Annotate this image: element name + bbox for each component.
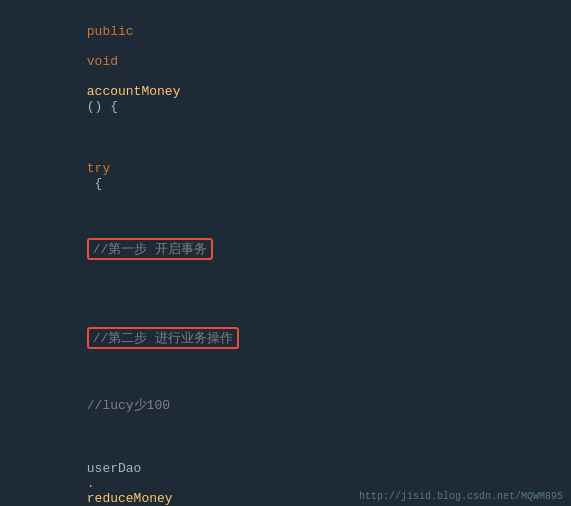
parens: () { xyxy=(87,99,118,114)
userdao: userDao xyxy=(87,461,142,476)
code-line-blank1 xyxy=(0,276,571,296)
dot: . xyxy=(87,476,103,491)
keyword-public: public xyxy=(87,24,134,39)
comment-lucy: //lucy少100 xyxy=(87,398,170,413)
code-line-step2: //第二步 进行业务操作 xyxy=(0,296,571,365)
comment-step2: //第二步 进行业务操作 xyxy=(87,327,239,349)
indent xyxy=(87,381,149,396)
reduce-method: reduceMoney xyxy=(87,491,173,506)
indent xyxy=(87,223,149,238)
watermark: http://jisid.blog.csdn.net/MQWM895 xyxy=(359,491,563,502)
line-text: //第二步 进行业务操作 xyxy=(36,297,571,364)
space xyxy=(87,39,95,54)
code-line-step1: //第一步 开启事务 xyxy=(0,207,571,276)
line-text: //第一步 开启事务 xyxy=(36,208,571,275)
indent xyxy=(87,446,149,461)
code-line-try: try { xyxy=(0,130,571,207)
indent xyxy=(87,146,118,161)
keyword-try: try xyxy=(87,161,110,176)
line-text: //lucy少100 xyxy=(36,366,571,429)
line-text xyxy=(36,279,571,294)
method-name: accountMoney xyxy=(87,84,181,99)
line-text: try { xyxy=(36,131,571,206)
space xyxy=(87,69,95,84)
comment-step1: //第一步 开启事务 xyxy=(87,238,213,260)
indent xyxy=(87,312,149,327)
brace: { xyxy=(87,176,103,191)
line-text: public void accountMoney () { xyxy=(36,9,571,129)
keyword-void: void xyxy=(87,54,118,69)
code-line-lucy-comment: //lucy少100 xyxy=(0,365,571,430)
code-editor: public void accountMoney () { try { //第一… xyxy=(0,0,571,506)
code-line-1: public void accountMoney () { xyxy=(0,8,571,130)
